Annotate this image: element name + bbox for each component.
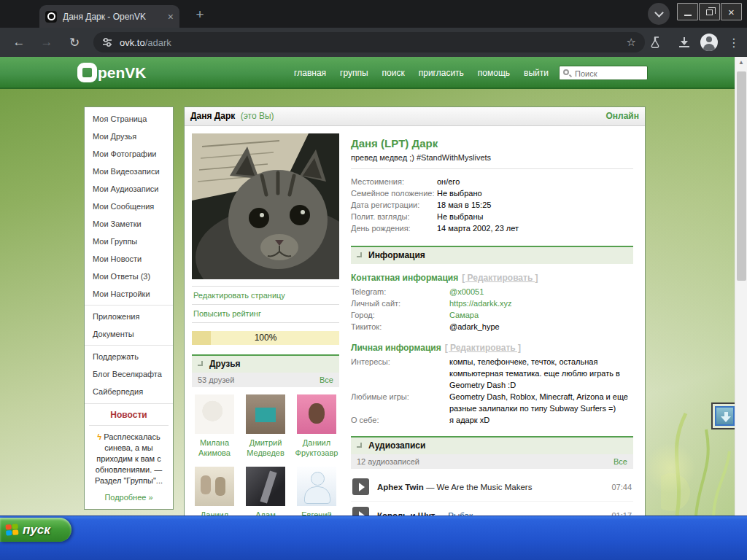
sidebar-item-cyberpedia[interactable]: Сайберпедия bbox=[85, 383, 173, 400]
chevron-down-icon bbox=[654, 8, 664, 18]
nav-logout[interactable]: выйти bbox=[524, 68, 549, 78]
news-text: Расплескалась синева, а мы приходим к ва… bbox=[89, 426, 169, 486]
sidebar-item-donate[interactable]: Поддержать bbox=[85, 348, 173, 365]
field-label: День рождения: bbox=[351, 222, 437, 234]
sidebar-item-my-photos[interactable]: Мои Фотографии bbox=[85, 145, 173, 163]
sidebar-item-my-messages[interactable]: Мои Сообщения bbox=[85, 198, 173, 215]
friend-card[interactable]: Даниил Фруктозавр bbox=[294, 394, 339, 458]
friend-first-name[interactable]: Даниил bbox=[192, 510, 237, 516]
field-label: Telegram: bbox=[351, 286, 449, 298]
website-link[interactable]: https://adarkk.xyz bbox=[449, 298, 512, 309]
taskbar: пуск Даня Дарк - OpenVK... EN bbox=[0, 516, 747, 560]
audios-section-header: Аудиозаписи bbox=[351, 436, 633, 454]
sidebar-item-my-audios[interactable]: Мои Аудиозаписи bbox=[85, 180, 173, 198]
friend-avatar[interactable] bbox=[195, 394, 234, 434]
back-button[interactable] bbox=[10, 34, 28, 51]
nav-main[interactable]: главная bbox=[294, 68, 326, 78]
browser-tabstrip: Даня Дарк - OpenVK bbox=[0, 0, 747, 28]
url-text[interactable]: ovk.to/adark bbox=[120, 37, 171, 48]
audio-track-row[interactable]: Aphex Twin — We Are the Music Makers 07:… bbox=[351, 473, 633, 502]
friend-last-name[interactable]: Фруктозавр bbox=[294, 448, 339, 458]
friend-last-name[interactable]: Акимова bbox=[192, 448, 237, 458]
sidebar-item-my-notes[interactable]: Мои Заметки bbox=[85, 215, 173, 233]
friends-all-link[interactable]: Все bbox=[320, 376, 333, 384]
profile-page-header: Даня Дарк (это Вы) Онлайн bbox=[185, 107, 645, 126]
friend-card[interactable]: Милана Акимова bbox=[192, 394, 237, 458]
friends-grid: Милана Акимова Дмитрий Медведев Даниил Ф… bbox=[192, 394, 339, 516]
audio-track-row[interactable]: Король и Шут — Рыбак 01:17 bbox=[351, 502, 633, 516]
sidebar-item-my-answers[interactable]: Мои Ответы (3) bbox=[85, 268, 173, 285]
audios-all-link[interactable]: Все bbox=[614, 457, 627, 466]
play-icon[interactable] bbox=[352, 507, 369, 516]
friend-avatar[interactable] bbox=[246, 467, 285, 506]
nav-search[interactable]: поиск bbox=[382, 68, 405, 78]
browser-menu-icon[interactable] bbox=[725, 34, 743, 51]
profile-avatar-icon[interactable] bbox=[700, 34, 718, 51]
scrollbar-thumb[interactable] bbox=[737, 71, 746, 281]
personal-edit-link[interactable]: [ Редактировать ] bbox=[445, 343, 521, 353]
friend-avatar[interactable] bbox=[246, 394, 285, 434]
openvk-logo[interactable]: penVK bbox=[77, 63, 147, 82]
friend-last-name[interactable]: Медведев bbox=[243, 448, 288, 458]
sidebar-item-my-friends[interactable]: Мои Друзья bbox=[85, 128, 173, 145]
openvk-logo-text: penVK bbox=[98, 64, 147, 82]
friend-avatar[interactable] bbox=[297, 394, 336, 434]
site-settings-icon[interactable] bbox=[102, 37, 112, 47]
sidebar-item-my-settings[interactable]: Мои Настройки bbox=[85, 285, 173, 303]
track-separator: — bbox=[426, 483, 435, 491]
openvk-favicon-icon bbox=[45, 11, 57, 23]
address-bar[interactable]: ovk.to/adark bbox=[93, 32, 645, 52]
background-glow bbox=[645, 443, 696, 494]
reload-button[interactable] bbox=[66, 34, 83, 51]
friend-first-name[interactable]: Евгений bbox=[294, 510, 339, 516]
friend-card[interactable]: Дмитрий Медведев bbox=[243, 394, 288, 458]
tab-close-icon[interactable] bbox=[168, 12, 174, 22]
sidebar-divider bbox=[85, 305, 173, 306]
field-value: 14 марта 2002, 23 лет bbox=[437, 222, 519, 234]
contact-edit-link[interactable]: [ Редактировать ] bbox=[462, 273, 538, 283]
friend-first-name[interactable]: Дмитрий bbox=[243, 438, 288, 448]
friend-card[interactable]: Евгений Сракотан bbox=[294, 467, 339, 516]
sidebar-item-documents[interactable]: Документы bbox=[85, 325, 173, 343]
new-tab-button[interactable] bbox=[191, 6, 209, 23]
close-button[interactable] bbox=[721, 3, 742, 20]
play-icon[interactable] bbox=[352, 478, 369, 495]
experiments-flask-icon[interactable] bbox=[648, 34, 665, 51]
sidebar-item-my-videos[interactable]: Мои Видеозаписи bbox=[85, 163, 173, 180]
online-status: Онлайн bbox=[605, 107, 639, 125]
sidebar-item-apps[interactable]: Приложения bbox=[85, 308, 173, 325]
bookmark-star-icon[interactable] bbox=[627, 36, 636, 49]
restore-button[interactable] bbox=[699, 3, 720, 20]
minimize-button[interactable] bbox=[677, 3, 698, 20]
scrollbar[interactable] bbox=[735, 57, 747, 516]
sidebar-item-my-news[interactable]: Мои Новости bbox=[85, 250, 173, 268]
telegram-link[interactable]: @x00051 bbox=[449, 286, 484, 298]
nav-groups[interactable]: группы bbox=[340, 68, 368, 78]
sidebar-item-my-page[interactable]: Моя Страница bbox=[85, 110, 173, 128]
friend-avatar[interactable] bbox=[195, 467, 234, 506]
edit-page-link[interactable]: Редактировать страницу bbox=[192, 287, 339, 305]
raise-rating-link[interactable]: Повысить рейтинг bbox=[192, 305, 339, 323]
nav-invite[interactable]: пригласить bbox=[419, 68, 464, 78]
friend-avatar-default-icon[interactable] bbox=[297, 467, 336, 506]
profile-photo[interactable] bbox=[192, 133, 339, 279]
city-link[interactable]: Самара bbox=[449, 309, 479, 321]
friend-card[interactable]: Даниил Мысливец bbox=[192, 467, 237, 516]
friend-first-name[interactable]: Даниил bbox=[294, 438, 339, 448]
sidebar-item-my-groups[interactable]: Мои Группы bbox=[85, 233, 173, 250]
start-button[interactable]: пуск bbox=[0, 518, 71, 542]
friend-first-name[interactable]: Милана bbox=[192, 438, 237, 448]
news-more-link[interactable]: Подробнее » bbox=[104, 493, 152, 502]
friend-first-name[interactable]: Адам bbox=[243, 510, 288, 516]
nav-help[interactable]: помощь bbox=[478, 68, 510, 78]
sidebar-item-blog[interactable]: Блог Веселкрафта bbox=[85, 365, 173, 383]
search-input[interactable] bbox=[560, 67, 647, 80]
friends-section-header: Друзья bbox=[192, 354, 339, 373]
browser-tab[interactable]: Даня Дарк - OpenVK bbox=[39, 5, 179, 28]
track-duration: 07:44 bbox=[611, 483, 632, 491]
tab-search-button[interactable] bbox=[648, 3, 670, 25]
downloads-icon[interactable] bbox=[676, 34, 693, 51]
openvk-search-box bbox=[559, 66, 648, 80]
scrollbar-up-icon[interactable] bbox=[735, 57, 747, 69]
friend-card[interactable]: Адам bbox=[243, 467, 288, 516]
